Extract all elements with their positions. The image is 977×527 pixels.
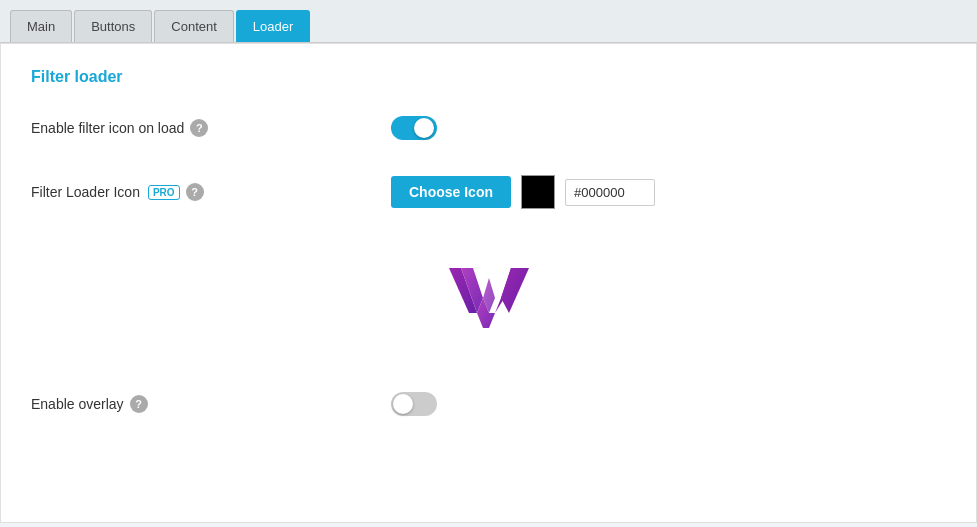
icon-preview-area xyxy=(31,238,946,358)
tab-loader[interactable]: Loader xyxy=(236,10,310,42)
control-enable-overlay xyxy=(391,392,437,416)
color-input-filter-loader-icon[interactable] xyxy=(565,179,655,206)
help-icon-enable-filter-icon[interactable]: ? xyxy=(190,119,208,137)
toggle-track-enable-filter-icon xyxy=(391,116,437,140)
tab-main[interactable]: Main xyxy=(10,10,72,42)
choose-icon-button[interactable]: Choose Icon xyxy=(391,176,511,208)
toggle-enable-overlay[interactable] xyxy=(391,392,437,416)
tab-bar: Main Buttons Content Loader xyxy=(0,0,977,43)
label-text-filter-loader-icon: Filter Loader Icon xyxy=(31,184,140,200)
row-enable-overlay: Enable overlay ? xyxy=(31,386,946,422)
w-icon-svg xyxy=(439,258,539,338)
label-enable-filter-icon: Enable filter icon on load ? xyxy=(31,119,391,137)
label-enable-overlay: Enable overlay ? xyxy=(31,395,391,413)
tab-content[interactable]: Content xyxy=(154,10,234,42)
svg-marker-4 xyxy=(501,268,529,313)
row-filter-loader-icon: Filter Loader Icon PRO ? Choose Icon xyxy=(31,174,946,210)
toggle-enable-filter-icon[interactable] xyxy=(391,116,437,140)
toggle-thumb-enable-overlay xyxy=(393,394,413,414)
settings-container: Main Buttons Content Loader Filter loade… xyxy=(0,0,977,527)
toggle-thumb-enable-filter-icon xyxy=(414,118,434,138)
control-enable-filter-icon xyxy=(391,116,437,140)
label-filter-loader-icon: Filter Loader Icon PRO ? xyxy=(31,183,391,201)
section-title: Filter loader xyxy=(31,68,946,86)
tab-buttons[interactable]: Buttons xyxy=(74,10,152,42)
row-enable-filter-icon: Enable filter icon on load ? xyxy=(31,110,946,146)
control-filter-loader-icon: Choose Icon xyxy=(391,175,655,209)
help-icon-filter-loader-icon[interactable]: ? xyxy=(186,183,204,201)
label-text-enable-overlay: Enable overlay xyxy=(31,396,124,412)
w-icon-container xyxy=(439,258,539,338)
help-icon-enable-overlay[interactable]: ? xyxy=(130,395,148,413)
content-area: Filter loader Enable filter icon on load… xyxy=(0,43,977,523)
label-text-enable-filter-icon: Enable filter icon on load xyxy=(31,120,184,136)
color-swatch-filter-loader-icon[interactable] xyxy=(521,175,555,209)
pro-badge-filter-loader-icon: PRO xyxy=(148,185,180,200)
toggle-track-enable-overlay xyxy=(391,392,437,416)
